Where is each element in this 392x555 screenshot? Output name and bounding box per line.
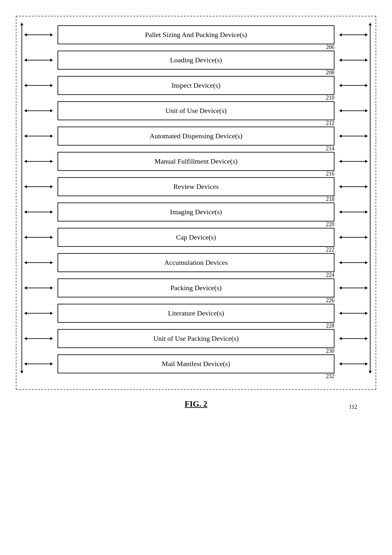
- device-row-wrapper-222: Cap Device(s)222: [16, 228, 376, 247]
- left-arrow-228: [20, 313, 58, 314]
- device-box-220: Imaging Device(s)220: [58, 203, 334, 221]
- dbl-arrow-right-208: [339, 60, 368, 60]
- left-arrow-226: [20, 288, 58, 288]
- device-box-label-210: Inspect Device(s): [172, 81, 221, 90]
- dbl-arrow-inner-right-214: [339, 136, 368, 136]
- right-arrow-206: [334, 34, 372, 35]
- dbl-arrow-inner-right-228: [339, 313, 368, 314]
- right-arrow-212: [334, 110, 372, 111]
- dbl-arrow-left-206: [24, 34, 53, 35]
- dbl-arrow-right-206: [339, 34, 368, 35]
- device-number-214: 214: [326, 145, 334, 152]
- dbl-arrow-inner-left-232: [24, 364, 53, 364]
- device-row-210: Inspect Device(s)210: [16, 76, 376, 95]
- device-box-214: Automated Dispensing Device(s)214: [58, 127, 334, 146]
- dbl-arrow-inner-left-214: [24, 136, 53, 136]
- dbl-arrow-inner-right-226: [339, 288, 368, 288]
- dbl-arrow-right-214: [339, 136, 368, 136]
- device-row-wrapper-212: Unit of Use Device(s)212: [16, 101, 376, 120]
- right-arrow-216: [334, 161, 372, 162]
- device-box-224: Accumulation Devices224: [58, 253, 334, 272]
- device-row-wrapper-232: Mail Manifest Device(s)232: [16, 354, 376, 373]
- dbl-arrow-inner-left-228: [24, 313, 53, 314]
- device-row-226: Packing Device(s)226: [16, 278, 376, 297]
- dbl-arrow-right-232: [339, 364, 368, 364]
- dbl-arrow-inner-right-208: [339, 60, 368, 60]
- dbl-arrow-inner-left-216: [24, 161, 53, 162]
- device-box-label-232: Mail Manifest Device(s): [162, 360, 230, 368]
- left-arrow-206: [20, 34, 58, 35]
- device-row-216: Manual Fulfillment Device(s)216: [16, 152, 376, 171]
- device-row-wrapper-220: Imaging Device(s)220: [16, 203, 376, 221]
- dbl-arrow-right-222: [339, 237, 368, 238]
- device-box-228: Literature Device(s)228: [58, 304, 334, 323]
- right-arrow-228: [334, 313, 372, 314]
- device-box-208: Loading Device(s)208: [58, 51, 334, 70]
- device-number-230: 230: [326, 348, 334, 354]
- left-arrow-232: [20, 364, 58, 364]
- left-arrow-224: [20, 262, 58, 263]
- left-arrow-218: [20, 186, 58, 187]
- device-row-wrapper-214: Automated Dispensing Device(s)214: [16, 127, 376, 146]
- device-row-222: Cap Device(s)222: [16, 228, 376, 247]
- dbl-arrow-inner-right-218: [339, 186, 368, 187]
- dbl-arrow-left-232: [24, 364, 53, 364]
- dbl-arrow-inner-left-230: [24, 338, 53, 339]
- dbl-arrow-inner-left-206: [24, 34, 53, 35]
- dbl-arrow-left-208: [24, 60, 53, 60]
- device-number-228: 228: [326, 322, 334, 329]
- dbl-arrow-inner-right-222: [339, 237, 368, 238]
- device-row-218: Review Devices218: [16, 177, 376, 196]
- device-row-220: Imaging Device(s)220: [16, 203, 376, 221]
- device-box-210: Inspect Device(s)210: [58, 76, 334, 95]
- dbl-arrow-right-216: [339, 161, 368, 162]
- dbl-arrow-inner-left-220: [24, 212, 53, 212]
- left-arrow-230: [20, 338, 58, 339]
- dbl-arrow-inner-left-218: [24, 186, 53, 187]
- dbl-arrow-inner-left-222: [24, 237, 53, 238]
- device-row-wrapper-228: Literature Device(s)228: [16, 304, 376, 323]
- device-number-210: 210: [326, 95, 334, 101]
- device-box-label-220: Imaging Device(s): [170, 208, 222, 216]
- figure-label: FIG. 2: [185, 399, 207, 408]
- device-box-label-224: Accumulation Devices: [164, 259, 228, 267]
- device-box-232: Mail Manifest Device(s)232: [58, 354, 334, 373]
- dbl-arrow-inner-left-208: [24, 60, 53, 60]
- right-arrow-208: [334, 60, 372, 60]
- device-number-216: 216: [326, 171, 334, 177]
- dbl-arrow-right-230: [339, 338, 368, 339]
- dbl-arrow-left-230: [24, 338, 53, 339]
- dbl-arrow-left-212: [24, 110, 53, 111]
- device-box-216: Manual Fulfillment Device(s)216: [58, 152, 334, 171]
- dbl-arrow-left-216: [24, 161, 53, 162]
- dbl-arrow-inner-right-210: [339, 85, 368, 86]
- dbl-arrow-left-210: [24, 85, 53, 86]
- left-arrow-212: [20, 110, 58, 111]
- right-arrow-232: [334, 364, 372, 364]
- dbl-arrow-right-218: [339, 186, 368, 187]
- dbl-arrow-inner-left-212: [24, 110, 53, 111]
- dbl-arrow-inner-right-224: [339, 262, 368, 263]
- device-number-222: 222: [326, 246, 334, 253]
- device-box-label-214: Automated Dispensing Device(s): [150, 132, 242, 140]
- device-number-206: 206: [326, 44, 334, 51]
- dbl-arrow-inner-right-220: [339, 212, 368, 212]
- device-row-wrapper-224: Accumulation Devices224: [16, 253, 376, 272]
- dbl-arrow-inner-right-230: [339, 338, 368, 339]
- left-arrow-222: [20, 237, 58, 238]
- dbl-arrow-inner-left-226: [24, 288, 53, 288]
- device-box-230: Unit of Use Packing Device(s)230: [58, 329, 334, 348]
- dbl-arrow-left-220: [24, 212, 53, 212]
- right-arrow-226: [334, 288, 372, 288]
- device-box-222: Cap Device(s)222: [58, 228, 334, 247]
- left-arrow-216: [20, 161, 58, 162]
- dbl-arrow-inner-left-224: [24, 262, 53, 263]
- device-row-228: Literature Device(s)228: [16, 304, 376, 323]
- left-arrow-214: [20, 136, 58, 136]
- device-number-212: 212: [326, 120, 334, 127]
- device-box-label-222: Cap Device(s): [176, 233, 216, 241]
- device-box-label-208: Loading Device(s): [170, 56, 222, 64]
- device-number-232: 232: [326, 373, 334, 380]
- dbl-arrow-inner-right-216: [339, 161, 368, 162]
- dbl-arrow-left-218: [24, 186, 53, 187]
